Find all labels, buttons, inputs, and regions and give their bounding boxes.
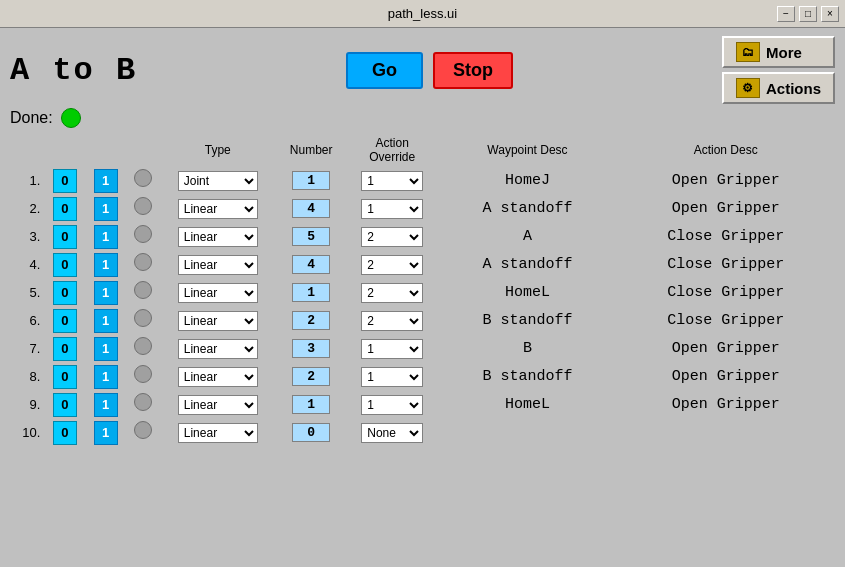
zero-button[interactable]: 0 — [53, 281, 77, 305]
col-waypoint-desc: Waypoint Desc — [439, 134, 617, 167]
row-indicator[interactable] — [134, 169, 152, 187]
minimize-button[interactable]: − — [777, 6, 795, 22]
more-icon: 🗂 — [736, 42, 760, 62]
table-row: 8.01JointLinearArc12NoneB standoffOpen G… — [10, 363, 835, 391]
number-input[interactable] — [292, 339, 330, 358]
table-row: 10.01JointLinearArc12None — [10, 419, 835, 447]
zero-button[interactable]: 0 — [53, 253, 77, 277]
row-indicator[interactable] — [134, 281, 152, 299]
one-button[interactable]: 1 — [94, 393, 118, 417]
table-row: 4.01JointLinearArc12NoneA standoffClose … — [10, 251, 835, 279]
one-button[interactable]: 1 — [94, 169, 118, 193]
number-input[interactable] — [292, 311, 330, 330]
action-desc: Open Gripper — [616, 195, 835, 223]
actions-button[interactable]: ⚙ Actions — [722, 72, 835, 104]
one-button[interactable]: 1 — [94, 337, 118, 361]
one-button[interactable]: 1 — [94, 309, 118, 333]
table-row: 9.01JointLinearArc12NoneHomeLOpen Grippe… — [10, 391, 835, 419]
row-indicator[interactable] — [134, 197, 152, 215]
zero-button[interactable]: 0 — [53, 169, 77, 193]
type-select[interactable]: JointLinearArc — [178, 171, 258, 191]
waypoint-desc: A standoff — [439, 195, 617, 223]
type-select[interactable]: JointLinearArc — [178, 311, 258, 331]
waypoint-desc: A standoff — [439, 251, 617, 279]
waypoint-desc: HomeL — [439, 391, 617, 419]
more-button[interactable]: 🗂 More — [722, 36, 835, 68]
one-button[interactable]: 1 — [94, 253, 118, 277]
action-desc: Open Gripper — [616, 391, 835, 419]
table-container: Type Number Action Override Waypoint Des… — [10, 134, 835, 447]
zero-button[interactable]: 0 — [53, 393, 77, 417]
waypoint-desc: HomeL — [439, 279, 617, 307]
number-input[interactable] — [292, 227, 330, 246]
row-indicator[interactable] — [134, 393, 152, 411]
type-select[interactable]: JointLinearArc — [178, 255, 258, 275]
row-number: 6. — [10, 307, 44, 335]
type-select[interactable]: JointLinearArc — [178, 283, 258, 303]
col-type: Type — [159, 134, 277, 167]
col-rownum — [10, 134, 44, 167]
zero-button[interactable]: 0 — [53, 225, 77, 249]
center-buttons: Go Stop — [346, 52, 513, 89]
action-override-select[interactable]: 12None — [361, 227, 423, 247]
type-select[interactable]: JointLinearArc — [178, 339, 258, 359]
action-override-select[interactable]: 12None — [361, 339, 423, 359]
zero-button[interactable]: 0 — [53, 309, 77, 333]
table-row: 2.01JointLinearArc12NoneA standoffOpen G… — [10, 195, 835, 223]
type-select[interactable]: JointLinearArc — [178, 423, 258, 443]
number-input[interactable] — [292, 367, 330, 386]
one-button[interactable]: 1 — [94, 281, 118, 305]
zero-button[interactable]: 0 — [53, 365, 77, 389]
action-override-select[interactable]: 12None — [361, 199, 423, 219]
action-override-select[interactable]: 12None — [361, 395, 423, 415]
action-desc: Close Gripper — [616, 279, 835, 307]
table-row: 1.01JointLinearArc12NoneHomeJOpen Grippe… — [10, 167, 835, 195]
number-input[interactable] — [292, 199, 330, 218]
done-indicator — [61, 108, 81, 128]
right-buttons: 🗂 More ⚙ Actions — [722, 36, 835, 104]
action-override-select[interactable]: 12None — [361, 311, 423, 331]
action-desc: Open Gripper — [616, 167, 835, 195]
type-select[interactable]: JointLinearArc — [178, 227, 258, 247]
row-indicator[interactable] — [134, 337, 152, 355]
action-desc: Close Gripper — [616, 307, 835, 335]
zero-button[interactable]: 0 — [53, 337, 77, 361]
one-button[interactable]: 1 — [94, 197, 118, 221]
col-action-override: Action Override — [346, 134, 439, 167]
action-override-select[interactable]: 12None — [361, 367, 423, 387]
number-input[interactable] — [292, 283, 330, 302]
maximize-button[interactable]: □ — [799, 6, 817, 22]
action-override-select[interactable]: 12None — [361, 171, 423, 191]
type-select[interactable]: JointLinearArc — [178, 367, 258, 387]
col-btns — [44, 134, 159, 167]
row-indicator[interactable] — [134, 225, 152, 243]
row-indicator[interactable] — [134, 421, 152, 439]
one-button[interactable]: 1 — [94, 421, 118, 445]
zero-button[interactable]: 0 — [53, 197, 77, 221]
go-button[interactable]: Go — [346, 52, 423, 89]
action-override-select[interactable]: 12None — [361, 255, 423, 275]
table-row: 6.01JointLinearArc12NoneB standoffClose … — [10, 307, 835, 335]
type-select[interactable]: JointLinearArc — [178, 199, 258, 219]
one-button[interactable]: 1 — [94, 225, 118, 249]
action-desc: Open Gripper — [616, 335, 835, 363]
zero-button[interactable]: 0 — [53, 421, 77, 445]
one-button[interactable]: 1 — [94, 365, 118, 389]
close-button[interactable]: × — [821, 6, 839, 22]
number-input[interactable] — [292, 395, 330, 414]
type-select[interactable]: JointLinearArc — [178, 395, 258, 415]
number-input[interactable] — [292, 171, 330, 190]
actions-icon: ⚙ — [736, 78, 760, 98]
row-indicator[interactable] — [134, 365, 152, 383]
row-indicator[interactable] — [134, 309, 152, 327]
action-override-select[interactable]: 12None — [361, 283, 423, 303]
row-indicator[interactable] — [134, 253, 152, 271]
action-override-select[interactable]: 12None — [361, 423, 423, 443]
row-number: 1. — [10, 167, 44, 195]
row-number: 5. — [10, 279, 44, 307]
number-input[interactable] — [292, 423, 330, 442]
stop-button[interactable]: Stop — [433, 52, 513, 89]
number-input[interactable] — [292, 255, 330, 274]
row-number: 10. — [10, 419, 44, 447]
action-desc — [616, 419, 835, 447]
